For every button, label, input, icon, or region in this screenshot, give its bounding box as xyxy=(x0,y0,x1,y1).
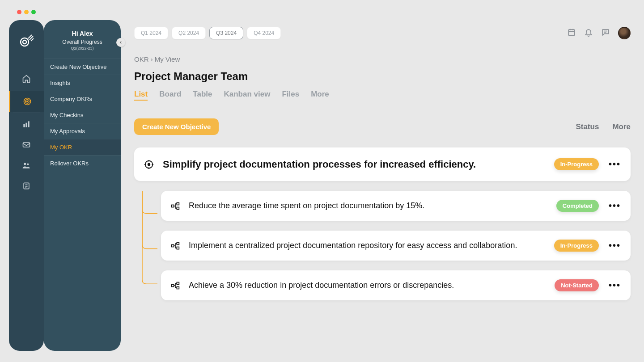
tab-table[interactable]: Table xyxy=(193,90,212,101)
quarter-selector: Q1 2024 Q2 2024 Q3 2024 Q4 2024 xyxy=(134,27,631,39)
svg-rect-37 xyxy=(177,282,179,284)
app-logo-icon[interactable] xyxy=(9,30,44,51)
kr-more-icon[interactable]: ••• xyxy=(609,240,621,251)
objective-title: Simplify project documentation processes… xyxy=(163,159,554,170)
bell-icon[interactable] xyxy=(584,28,593,38)
svg-line-4 xyxy=(31,38,34,41)
svg-point-7 xyxy=(26,101,28,102)
hierarchy-icon xyxy=(171,281,180,290)
window-controls xyxy=(17,10,36,14)
view-tabs: List Board Table Kanban view Files More xyxy=(134,90,631,101)
icon-rail xyxy=(9,20,44,351)
hierarchy-icon xyxy=(171,241,180,250)
key-result-text: Implement a centralized project document… xyxy=(189,241,554,250)
divider xyxy=(13,90,40,90)
sidebar-item-insights[interactable]: Insights xyxy=(44,75,121,91)
key-result-text: Reduce the average time spent on project… xyxy=(189,201,556,210)
sidebar-item-create-objective[interactable]: Create New Objective xyxy=(44,59,121,75)
quarter-q1[interactable]: Q1 2024 xyxy=(134,27,168,39)
hierarchy-icon xyxy=(171,202,180,210)
kr-more-icon[interactable]: ••• xyxy=(609,280,621,290)
user-avatar[interactable] xyxy=(618,27,631,39)
svg-rect-35 xyxy=(177,247,179,249)
connector-line-icon xyxy=(140,191,157,300)
rail-analytics-icon[interactable] xyxy=(9,114,44,135)
calendar-icon[interactable] xyxy=(567,28,576,38)
sidebar: Hi Alex Overall Progress Q2(2022-23) Cre… xyxy=(44,20,121,351)
quarter-q4[interactable]: Q4 2024 xyxy=(247,27,281,39)
objective-more-icon[interactable]: ••• xyxy=(609,159,621,169)
sidebar-collapse-button[interactable] xyxy=(116,38,125,47)
svg-rect-33 xyxy=(172,244,174,247)
more-filter[interactable]: More xyxy=(612,122,631,131)
svg-rect-18 xyxy=(568,29,574,35)
key-result-card: Implement a centralized project document… xyxy=(161,231,631,261)
divider xyxy=(13,113,40,113)
svg-rect-32 xyxy=(177,207,179,209)
sidebar-header: Hi Alex Overall Progress Q2(2022-23) xyxy=(44,30,121,59)
sidebar-item-company-okrs[interactable]: Company OKRs xyxy=(44,91,121,107)
svg-rect-38 xyxy=(177,286,179,289)
tab-kanban[interactable]: Kanban view xyxy=(224,90,271,101)
minimize-dot-icon[interactable] xyxy=(24,10,29,14)
sidebar-item-rollover-okrs[interactable]: Rollover OKRs xyxy=(44,155,121,171)
breadcrumb: OKR › My View xyxy=(134,55,631,63)
period-label: Q2(2022-23) xyxy=(49,46,115,51)
svg-rect-10 xyxy=(28,121,29,127)
svg-point-0 xyxy=(21,38,29,46)
svg-point-25 xyxy=(148,163,150,165)
status-badge: Completed xyxy=(556,200,599,212)
status-badge: In-Progress xyxy=(554,240,599,252)
breadcrumb-root[interactable]: OKR xyxy=(134,55,149,63)
maximize-dot-icon[interactable] xyxy=(31,10,36,14)
rail-team-icon[interactable] xyxy=(9,155,44,176)
svg-rect-34 xyxy=(177,242,179,244)
key-result-text: Achieve a 30% reduction in project docum… xyxy=(189,281,555,290)
sidebar-item-my-checkins[interactable]: My Checkins xyxy=(44,107,121,123)
status-filter[interactable]: Status xyxy=(576,122,599,131)
svg-point-13 xyxy=(27,163,29,165)
objective-card: Simplify project documentation processes… xyxy=(134,147,631,181)
svg-point-1 xyxy=(23,40,26,44)
svg-rect-8 xyxy=(23,124,25,127)
tab-board[interactable]: Board xyxy=(159,90,181,101)
svg-rect-9 xyxy=(25,123,27,127)
kr-more-icon[interactable]: ••• xyxy=(609,201,621,211)
key-result-card: Achieve a 30% reduction in project docum… xyxy=(161,270,631,300)
rail-okr-icon[interactable] xyxy=(9,91,44,112)
tab-list[interactable]: List xyxy=(134,90,148,101)
page-title: Project Manager Team xyxy=(134,70,631,83)
breadcrumb-leaf[interactable]: My View xyxy=(155,55,180,63)
breadcrumb-sep: › xyxy=(151,55,153,63)
rail-home-icon[interactable] xyxy=(9,68,44,89)
svg-rect-11 xyxy=(23,143,30,147)
greeting: Hi Alex xyxy=(49,30,115,37)
sidebar-item-my-approvals[interactable]: My Approvals xyxy=(44,123,121,139)
chat-icon[interactable] xyxy=(601,28,610,38)
create-objective-button[interactable]: Create New Objective xyxy=(134,118,219,135)
progress-label: Overall Progress xyxy=(49,39,115,45)
svg-rect-36 xyxy=(172,284,174,286)
tab-files[interactable]: Files xyxy=(282,90,299,101)
status-badge: Not-Started xyxy=(555,279,599,291)
rail-mail-icon[interactable] xyxy=(9,135,44,155)
svg-rect-31 xyxy=(177,202,179,205)
svg-point-12 xyxy=(24,163,26,165)
target-icon xyxy=(144,160,154,169)
sidebar-item-my-okr[interactable]: My OKR xyxy=(44,139,121,155)
top-right-actions xyxy=(567,27,631,39)
rail-notes-icon[interactable] xyxy=(9,176,44,196)
status-badge: In-Progress xyxy=(554,158,599,170)
tab-more[interactable]: More xyxy=(311,90,329,101)
quarter-q3[interactable]: Q3 2024 xyxy=(209,27,243,39)
quarter-q2[interactable]: Q2 2024 xyxy=(172,27,206,39)
svg-rect-30 xyxy=(172,205,174,207)
close-dot-icon[interactable] xyxy=(17,10,21,14)
key-result-card: Reduce the average time spent on project… xyxy=(161,191,631,221)
